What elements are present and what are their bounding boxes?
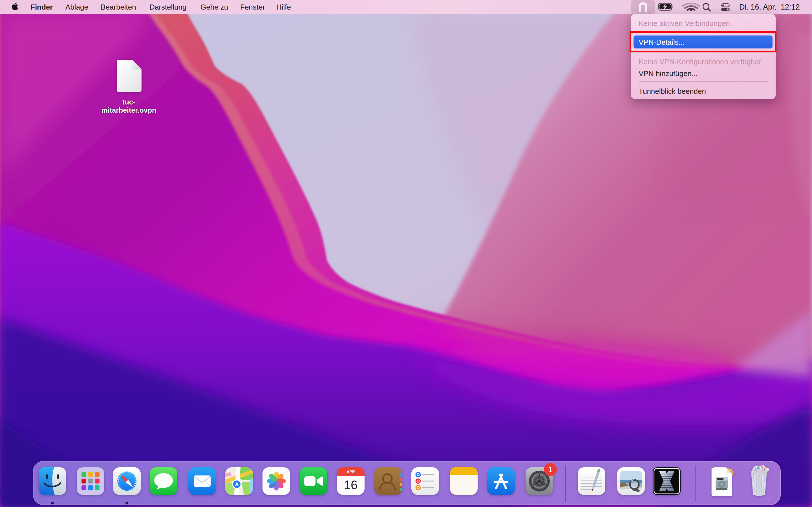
svg-text:APR: APR [347, 469, 355, 474]
svg-text:16: 16 [344, 478, 358, 492]
